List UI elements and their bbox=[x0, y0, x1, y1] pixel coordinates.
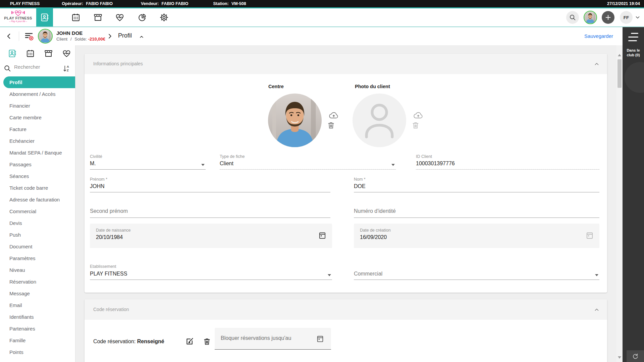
collapse-section-button[interactable] bbox=[594, 307, 600, 313]
current-user-avatar[interactable] bbox=[584, 11, 597, 24]
client-avatar[interactable] bbox=[38, 29, 53, 44]
sidebar-item-echeancier[interactable]: Echéancier bbox=[0, 135, 75, 147]
club-panel-menu-button[interactable] bbox=[628, 33, 638, 44]
type-fiche-field[interactable]: Type de fiche Client bbox=[220, 154, 396, 170]
sidebar-item-famille[interactable]: Famille bbox=[0, 335, 75, 346]
nav-stats-tab[interactable] bbox=[136, 8, 149, 26]
calendar-picker-icon bbox=[318, 231, 327, 240]
sidebar-item-ticket-code-barre[interactable]: Ticket code barre bbox=[0, 182, 75, 194]
civilite-field[interactable]: Civilité M. bbox=[90, 154, 206, 170]
centre-delete-button[interactable] bbox=[327, 121, 335, 130]
commercial-dropdown-arrow[interactable] bbox=[595, 274, 598, 276]
sidebar-item-document[interactable]: Document bbox=[0, 241, 75, 252]
sidebar-item-devis[interactable]: Devis bbox=[0, 217, 75, 229]
sidebar-item-passages[interactable]: Passages bbox=[0, 159, 75, 170]
club-panel-decorative-circle bbox=[625, 62, 644, 93]
back-button[interactable] bbox=[5, 33, 13, 40]
nav-clients-tab[interactable] bbox=[36, 8, 53, 26]
status-bar: PLAY FITNESS Opérateur: FABIO FABIO Vend… bbox=[0, 0, 644, 7]
scroll-down-arrow[interactable] bbox=[618, 356, 621, 359]
civilite-dropdown-arrow[interactable] bbox=[201, 164, 205, 166]
sidebar-item-profil[interactable]: Profil bbox=[3, 76, 75, 88]
nav-settings-tab[interactable] bbox=[157, 8, 171, 26]
sidebar-tab-shop[interactable] bbox=[43, 48, 54, 59]
date-naissance-picker-button[interactable] bbox=[318, 231, 327, 240]
sidebar-item-facture[interactable]: Facture bbox=[0, 123, 75, 135]
account-menu-chevron[interactable] bbox=[635, 14, 641, 20]
sidebar-item-email[interactable]: Email bbox=[0, 299, 75, 311]
content-scrollbar[interactable] bbox=[616, 45, 623, 362]
sort-az-button[interactable]: A Z bbox=[62, 64, 71, 73]
nav-coaching-tab[interactable] bbox=[113, 8, 126, 26]
vendor-value: FABIO FABIO bbox=[162, 1, 189, 6]
sidebar-tab-profile[interactable] bbox=[7, 48, 17, 59]
calendar-icon bbox=[71, 13, 80, 22]
person-placeholder-icon bbox=[353, 94, 406, 147]
solde-label: Solde: bbox=[74, 37, 87, 42]
sidebar-item-partenaires[interactable]: Partenaires bbox=[0, 323, 75, 335]
account-menu-button[interactable]: FF bbox=[620, 11, 633, 24]
nom-field[interactable]: Nom * DOE bbox=[354, 177, 599, 192]
contacts-icon bbox=[40, 13, 49, 22]
collapse-section-button[interactable] bbox=[594, 61, 600, 67]
sidebar-item-mandat-sepa-banque[interactable]: Mandat SEPA / Banque bbox=[0, 147, 75, 159]
sidebar-item-parametres[interactable]: Paramètres bbox=[0, 252, 75, 264]
date-creation-value: 16/09/2020 bbox=[360, 234, 387, 240]
client-photo-placeholder[interactable] bbox=[353, 94, 406, 147]
search-button[interactable] bbox=[566, 11, 579, 24]
refresh-button[interactable] bbox=[627, 350, 644, 362]
nav-shop-tab[interactable] bbox=[91, 8, 105, 26]
meta-separator: / bbox=[70, 37, 72, 42]
sidebar-item-financier[interactable]: Financier bbox=[0, 100, 75, 112]
sidebar-item-niveau[interactable]: Niveau bbox=[0, 264, 75, 276]
scrollbar-thumb[interactable] bbox=[618, 59, 622, 88]
add-button[interactable] bbox=[602, 11, 614, 24]
scroll-up-arrow[interactable] bbox=[618, 54, 621, 56]
sidebar-item-reservation[interactable]: Réservation bbox=[0, 276, 75, 288]
sidebar-tab-coaching[interactable] bbox=[61, 48, 72, 59]
sidebar-tab-planning[interactable] bbox=[25, 48, 36, 59]
chevron-left-icon bbox=[5, 33, 13, 40]
date-naissance-field[interactable]: Date de naissance 20/10/1984 bbox=[90, 224, 332, 248]
svg-text:A: A bbox=[67, 65, 69, 68]
client-photo-upload-button[interactable] bbox=[413, 111, 423, 119]
type-fiche-dropdown-arrow[interactable] bbox=[391, 164, 395, 166]
edit-code-button[interactable] bbox=[185, 337, 194, 346]
bloquer-reservations-field[interactable]: Bloquer réservations jusqu'au bbox=[215, 328, 331, 350]
sidebar-item-points[interactable]: Points bbox=[0, 346, 75, 358]
centre-upload-button[interactable] bbox=[329, 111, 339, 119]
code-reservation-status: Code réservation: Renseigné bbox=[93, 339, 164, 345]
delete-code-button[interactable] bbox=[203, 337, 211, 346]
nav-planning-tab[interactable] bbox=[69, 8, 83, 26]
bloquer-date-picker-button[interactable] bbox=[316, 335, 324, 343]
next-client-button[interactable] bbox=[106, 33, 113, 40]
client-photo-delete-button[interactable] bbox=[411, 121, 420, 130]
sidebar-item-commercial[interactable]: Commercial bbox=[0, 205, 75, 217]
second-prenom-field[interactable]: Second prénom bbox=[90, 203, 330, 218]
sidebar-item-abonnement-acces[interactable]: Abonnement / Accès bbox=[0, 88, 75, 100]
account-initials: FF bbox=[624, 15, 629, 20]
cloud-upload-icon bbox=[413, 111, 423, 119]
prenom-field[interactable]: Prénom * JOHN bbox=[90, 177, 330, 192]
numero-identite-field[interactable]: Numéro d'identité bbox=[354, 203, 599, 218]
sidebar-search-input[interactable] bbox=[14, 64, 54, 70]
sidebar-item-adresse-de-facturation[interactable]: Adresse de facturation bbox=[0, 194, 75, 205]
sidebar-item-push[interactable]: Push bbox=[0, 229, 75, 241]
section-title: Informations principales bbox=[93, 61, 143, 66]
etablissement-field[interactable]: Etablissement PLAY FITNESS bbox=[90, 264, 332, 280]
sidebar-item-carte-membre[interactable]: Carte membre bbox=[0, 112, 75, 123]
sidebar-item-identifiants[interactable]: Identifiants bbox=[0, 311, 75, 323]
sidebar-menu: ProfilAbonnement / AccèsFinancierCarte m… bbox=[0, 76, 75, 362]
second-prenom-placeholder: Second prénom bbox=[90, 208, 128, 214]
save-button[interactable]: Sauvegarder bbox=[584, 33, 613, 39]
sidebar-item-seances[interactable]: Séances bbox=[0, 170, 75, 182]
remove-from-list-button[interactable] bbox=[24, 31, 34, 41]
search-icon bbox=[569, 14, 576, 21]
etablissement-dropdown-arrow[interactable] bbox=[328, 274, 331, 276]
operator-label: Opérateur: bbox=[62, 1, 83, 6]
sidebar-item-message[interactable]: Message bbox=[0, 288, 75, 299]
section-collapse-toggle[interactable] bbox=[139, 34, 144, 40]
centre-photo[interactable] bbox=[268, 94, 322, 147]
nom-label: Nom * bbox=[354, 177, 366, 182]
commercial-field[interactable]: Commercial bbox=[354, 264, 599, 280]
